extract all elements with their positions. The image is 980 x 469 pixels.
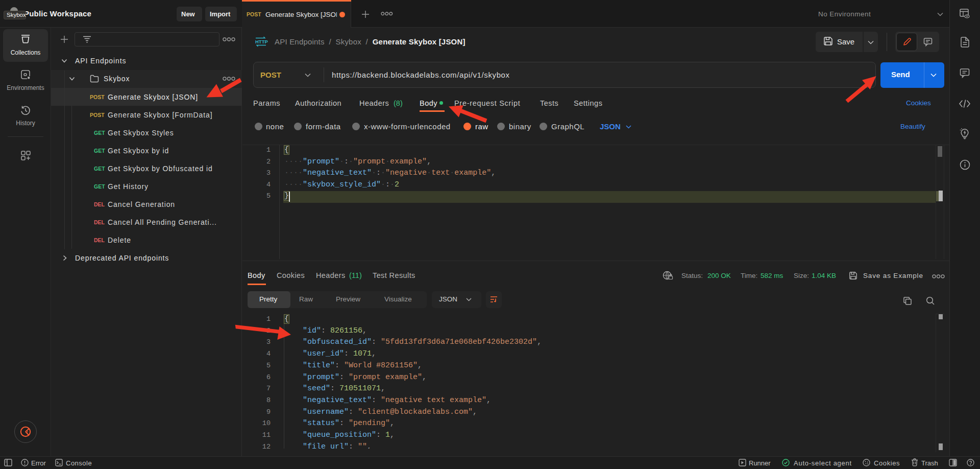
svg-text:HTTP: HTTP xyxy=(255,39,268,44)
